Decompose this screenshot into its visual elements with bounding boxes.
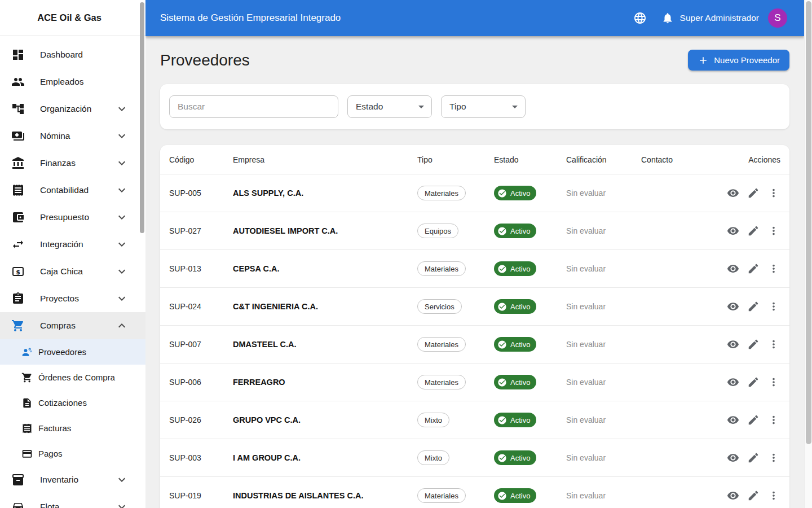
sidebar-item-label: Compras — [40, 321, 115, 331]
sidebar-item-contabilidad[interactable]: Contabilidad — [0, 177, 145, 204]
check-circle-icon — [497, 453, 507, 463]
estado-badge: Activo — [494, 224, 536, 238]
view-button[interactable] — [726, 186, 740, 200]
sidebar-item-label: Dashboard — [40, 50, 136, 60]
chevron-down-icon — [115, 238, 129, 251]
page-scrollbar-thumb[interactable] — [806, 1, 811, 444]
sidebar-item-caja-chica[interactable]: $ Caja Chica — [0, 258, 145, 285]
more-options-button[interactable] — [767, 413, 780, 427]
tipo-chip: Mixto — [417, 413, 449, 427]
eye-icon — [727, 489, 739, 502]
edit-button[interactable] — [747, 413, 760, 427]
more-options-button[interactable] — [767, 338, 780, 351]
user-avatar[interactable]: S — [768, 8, 787, 28]
supplier-code: SUP-006 — [169, 378, 233, 387]
appbar-right: Super Administrador S — [633, 8, 787, 28]
more-options-button[interactable] — [767, 451, 780, 465]
eye-icon — [727, 225, 739, 237]
sidebar-item-label: Proveedores — [38, 347, 136, 357]
estado-badge: Activo — [494, 488, 536, 503]
more-options-button[interactable] — [767, 186, 780, 200]
tipo-chip: Materiales — [417, 488, 466, 503]
sidebar-item-proyectos[interactable]: Proyectos — [0, 285, 145, 312]
more-options-button[interactable] — [767, 375, 780, 389]
calificacion-text: Sin evaluar — [566, 189, 641, 198]
sidebar-item-inventario[interactable]: Inventario — [0, 466, 145, 493]
edit-button[interactable] — [747, 224, 760, 238]
check-circle-icon — [497, 415, 507, 425]
view-button[interactable] — [726, 375, 740, 389]
view-button[interactable] — [726, 262, 740, 275]
supplier-code: SUP-007 — [169, 340, 233, 349]
edit-button[interactable] — [747, 451, 760, 465]
chevron-down-icon — [115, 129, 129, 143]
pencil-icon — [747, 225, 760, 237]
sidebar-item-integracion[interactable]: Integración — [0, 231, 145, 258]
sidebar-item-facturas[interactable]: Facturas — [0, 415, 145, 441]
tipo-select[interactable]: Tipo — [441, 95, 526, 118]
edit-button[interactable] — [747, 262, 760, 275]
view-button[interactable] — [726, 451, 740, 465]
suppliers-table: CódigoEmpresaTipoEstadoCalificaciónConta… — [160, 145, 789, 508]
sidebar-scrollbar-thumb[interactable] — [140, 2, 144, 233]
sidebar-item-ordenes-de-compra[interactable]: Órdenes de Compra — [0, 365, 145, 390]
chevron-down-icon — [115, 292, 129, 305]
page-title: Proveedores — [160, 51, 250, 69]
edit-button[interactable] — [747, 489, 760, 502]
language-globe-icon[interactable] — [633, 11, 647, 25]
sidebar-item-finanzas[interactable]: Finanzas — [0, 150, 145, 177]
supplier-name: AUTODIESEL IMPORT C.A. — [233, 226, 417, 235]
account-balance-icon — [11, 156, 25, 170]
sidebar-item-compras[interactable]: Compras — [0, 312, 145, 339]
supplier-name: GRUPO VPC C.A. — [233, 415, 417, 424]
row-actions — [720, 375, 780, 389]
more-options-button[interactable] — [767, 262, 780, 275]
sidebar-item-flota[interactable]: Flota — [0, 493, 145, 508]
view-button[interactable] — [726, 413, 740, 427]
notifications-bell-icon[interactable] — [661, 12, 674, 24]
more-vert-icon — [767, 338, 780, 351]
appbar: Sistema de Gestión Empresarial Integrado… — [145, 0, 804, 36]
new-supplier-button[interactable]: Nuevo Proveedor — [688, 50, 789, 71]
edit-button[interactable] — [747, 338, 760, 351]
more-options-button[interactable] — [767, 224, 780, 238]
sidebar-item-nomina[interactable]: Nómina — [0, 122, 145, 150]
view-button[interactable] — [726, 338, 740, 351]
view-button[interactable] — [726, 300, 740, 313]
sidebar-item-proveedores[interactable]: Proveedores — [0, 339, 145, 365]
view-button[interactable] — [726, 224, 740, 238]
sidebar-nav: Dashboard Empleados Organización Nómina … — [0, 36, 145, 508]
more-options-button[interactable] — [767, 489, 780, 502]
check-circle-icon — [497, 491, 507, 501]
estado-select[interactable]: Estado — [347, 95, 432, 118]
tipo-chip: Mixto — [417, 450, 449, 465]
sidebar-item-cotizaciones[interactable]: Cotizaciones — [0, 390, 145, 415]
chevron-down-icon — [115, 500, 129, 508]
more-options-button[interactable] — [767, 300, 780, 313]
edit-button[interactable] — [747, 300, 760, 313]
sidebar-item-dashboard[interactable]: Dashboard — [0, 41, 145, 68]
search-input[interactable] — [169, 95, 338, 118]
column-header: Acciones — [720, 155, 780, 164]
check-circle-icon — [497, 340, 507, 349]
supplier-name: CEPSA C.A. — [233, 264, 417, 273]
sidebar-item-presupuesto[interactable]: Presupuesto — [0, 204, 145, 231]
column-header: Empresa — [233, 155, 417, 164]
page-scrollbar[interactable] — [804, 0, 812, 508]
calificacion-text: Sin evaluar — [566, 226, 641, 235]
dropdown-arrow-icon — [414, 100, 428, 113]
estado-badge: Activo — [494, 186, 536, 200]
edit-button[interactable] — [747, 375, 760, 389]
supplier-name: FERREAGRO — [233, 378, 417, 387]
table-row: SUP-006 FERREAGRO Materiales Activo Sin … — [160, 364, 789, 401]
edit-button[interactable] — [747, 186, 760, 200]
sidebar-item-empleados[interactable]: Empleados — [0, 68, 145, 95]
sidebar-item-pagos[interactable]: Pagos — [0, 441, 145, 466]
view-button[interactable] — [726, 489, 740, 502]
estado-label: Activo — [510, 265, 530, 273]
sidebar-item-organizacion[interactable]: Organización — [0, 95, 145, 122]
check-circle-icon — [497, 264, 507, 274]
calificacion-text: Sin evaluar — [566, 453, 641, 462]
filters-card: Estado Tipo — [160, 84, 789, 129]
eye-icon — [727, 262, 739, 275]
